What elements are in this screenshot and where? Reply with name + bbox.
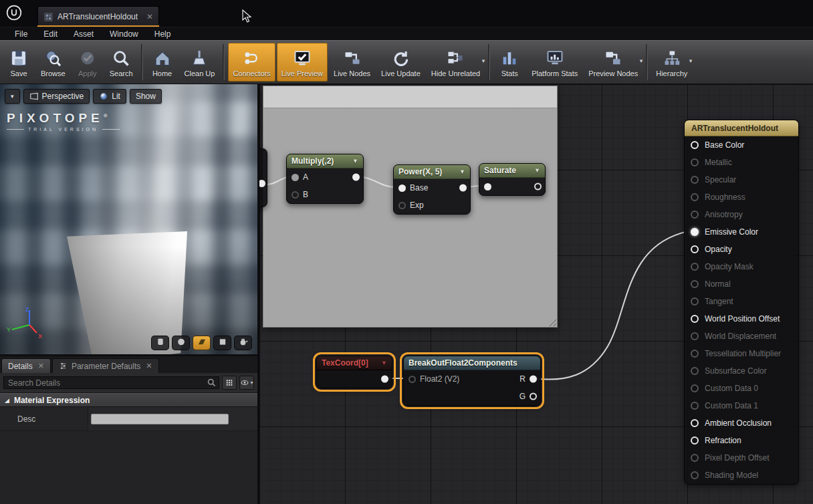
material-pin-opacity[interactable]: Opacity [685, 241, 798, 258]
pin-icon[interactable] [691, 245, 699, 253]
pin-icon[interactable] [691, 402, 699, 410]
input-pin[interactable] [409, 376, 416, 383]
input-pin[interactable] [292, 191, 299, 199]
input-pin[interactable] [398, 202, 406, 209]
pin-icon[interactable] [691, 280, 699, 288]
chevron-down-icon[interactable]: ▾ [482, 57, 485, 64]
chevron-down-icon[interactable]: ▼ [352, 158, 358, 164]
material-pin-anisotropy[interactable]: Anisotropy [685, 206, 798, 223]
pin-icon[interactable] [691, 193, 699, 201]
material-pin-refraction[interactable]: Refraction [685, 432, 798, 449]
viewport-options-button[interactable]: ▾ [5, 89, 20, 104]
material-pin-world-displacement[interactable]: World Displacement [685, 328, 798, 345]
output-pin-r[interactable] [530, 376, 537, 383]
tab-details[interactable]: Details ✕ [1, 358, 51, 373]
material-expression-section-header[interactable]: ◢ Material Expression [0, 393, 257, 407]
output-pin[interactable] [381, 376, 388, 383]
view-options-button[interactable]: ▾ [239, 376, 254, 390]
property-matrix-button[interactable] [222, 376, 237, 390]
pin-icon[interactable] [691, 176, 699, 184]
search-button[interactable]: Search [105, 43, 138, 82]
node-header[interactable]: BreakOutFloat2Components [404, 356, 540, 370]
output-pin[interactable] [258, 180, 265, 187]
menu-file[interactable]: File [7, 27, 35, 40]
node-breakout-float2[interactable]: BreakOutFloat2Components Float2 (V2) R G [403, 356, 541, 406]
material-pin-roughness[interactable]: Roughness [685, 188, 798, 206]
pin-icon[interactable] [691, 350, 699, 358]
chevron-down-icon[interactable]: ▼ [381, 360, 387, 366]
close-icon[interactable]: ✕ [146, 12, 153, 21]
hide-unrelated-button[interactable]: Hide Unrelated▾ [427, 43, 485, 82]
pin-icon[interactable] [691, 297, 699, 305]
search-details-input[interactable] [3, 376, 219, 389]
preview-shape-plane-button[interactable] [193, 336, 211, 350]
pin-icon[interactable] [691, 436, 699, 445]
close-icon[interactable]: ✕ [38, 362, 44, 370]
save-button[interactable]: Save [3, 43, 35, 82]
preview-nodes-button[interactable]: Preview Nodes▾ [584, 43, 643, 82]
node-material-result[interactable]: ARTranslucentHoldout Base ColorMetallicS… [684, 120, 799, 485]
pin-icon[interactable] [691, 332, 699, 340]
node-saturate[interactable]: Saturate ▼ [479, 163, 546, 196]
material-pin-pixel-depth-offset[interactable]: Pixel Depth Offset [685, 449, 798, 467]
preview-shape-teapot-button[interactable] [234, 336, 252, 350]
material-pin-specular[interactable]: Specular [685, 171, 798, 188]
pin-icon[interactable] [691, 384, 699, 392]
node-header[interactable]: TexCoord[0] ▼ [317, 356, 392, 370]
hierarchy-button[interactable]: Hierarchy▾ [651, 43, 692, 82]
material-pin-tessellation-multiplier[interactable]: Tessellation Multiplier [685, 345, 798, 362]
material-pin-base-color[interactable]: Base Color [685, 136, 798, 154]
perspective-button[interactable]: Perspective [23, 89, 90, 104]
pin-icon[interactable] [691, 158, 699, 166]
home-button[interactable]: Home [146, 43, 179, 82]
pin-icon[interactable] [691, 263, 699, 271]
tab-parameter-defaults[interactable]: Parameter Defaults ✕ [52, 358, 159, 373]
node-offscreen-left[interactable] [257, 148, 267, 207]
live-preview-button[interactable]: Live Preview [277, 43, 328, 82]
pin-icon[interactable] [691, 315, 699, 323]
preview-shape-sphere-button[interactable] [172, 336, 190, 350]
connectors-button[interactable]: Connectors [228, 43, 275, 82]
node-header[interactable]: Multiply(,2) ▼ [287, 154, 363, 168]
close-icon[interactable]: ✕ [146, 362, 152, 370]
material-pin-custom-data-0[interactable]: Custom Data 0 [685, 380, 798, 397]
chevron-down-icon[interactable]: ▼ [459, 168, 465, 175]
material-node-header[interactable]: ARTranslucentHoldout [685, 120, 798, 136]
pin-icon[interactable] [691, 471, 699, 479]
menu-help[interactable]: Help [146, 27, 179, 40]
output-pin-g[interactable] [530, 393, 537, 400]
node-texcoord[interactable]: TexCoord[0] ▼ [316, 356, 392, 388]
material-pin-tangent[interactable]: Tangent [685, 293, 798, 310]
show-button[interactable]: Show [130, 89, 162, 104]
chevron-down-icon[interactable]: ▾ [640, 57, 643, 64]
input-pin[interactable] [292, 174, 299, 181]
output-pin[interactable] [352, 174, 360, 181]
node-header[interactable]: Saturate ▼ [479, 164, 545, 178]
material-pin-opacity-mask[interactable]: Opacity Mask [685, 258, 798, 275]
desc-input[interactable] [91, 414, 229, 424]
menu-window[interactable]: Window [102, 27, 146, 40]
clean-up-button[interactable]: Clean Up [180, 43, 220, 82]
material-pin-custom-data-1[interactable]: Custom Data 1 [685, 397, 798, 414]
pin-icon[interactable] [691, 367, 699, 375]
material-pin-emissive-color[interactable]: Emissive Color [685, 223, 798, 241]
input-pin[interactable] [484, 183, 491, 191]
material-graph-canvas[interactable]: Multiply(,2) ▼ A B Power(X, 5) ▼ Base [257, 84, 813, 504]
chevron-down-icon[interactable]: ▼ [534, 167, 540, 174]
live-update-button[interactable]: Live Update [376, 43, 425, 82]
output-pin[interactable] [459, 184, 467, 192]
material-pin-metallic[interactable]: Metallic [685, 154, 798, 171]
pin-icon[interactable] [691, 141, 699, 149]
material-pin-world-position-offset[interactable]: World Position Offset [685, 310, 798, 328]
input-pin[interactable] [398, 184, 406, 192]
pin-icon[interactable] [691, 228, 699, 236]
material-pin-shading-model[interactable]: Shading Model [685, 467, 798, 484]
preview-shape-cylinder-button[interactable] [151, 336, 169, 350]
node-multiply[interactable]: Multiply(,2) ▼ A B [286, 154, 364, 204]
preview-viewport[interactable]: ▾ Perspective Lit Show PIXOTOPE® TRIAL V… [0, 84, 257, 354]
stats-button[interactable]: Stats [493, 43, 526, 82]
browse-button[interactable]: Browse [36, 43, 70, 82]
node-power[interactable]: Power(X, 5) ▼ Base Exp [393, 164, 471, 215]
lit-button[interactable]: Lit [93, 89, 126, 104]
output-pin[interactable] [534, 183, 542, 191]
